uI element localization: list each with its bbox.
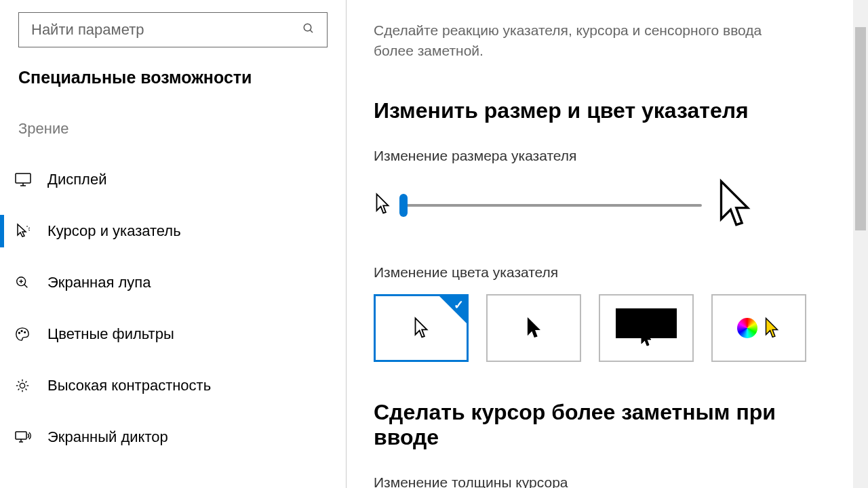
section-pointer-title: Изменить размер и цвет указателя: [374, 98, 841, 123]
sidebar-item-highcontrast[interactable]: Высокая контрастность: [0, 360, 346, 411]
page-intro: Сделайте реакцию указателя, курсора и се…: [374, 20, 787, 62]
sidebar-item-label: Цветные фильтры: [47, 325, 174, 343]
svg-line-6: [24, 285, 28, 288]
pointer-color-options: [374, 294, 841, 362]
category-title: Специальные возможности: [0, 68, 346, 120]
svg-line-20: [26, 382, 27, 383]
sidebar-item-label: Курсор и указатель: [47, 222, 181, 240]
color-wheel-icon: [737, 318, 757, 338]
pointer-color-custom[interactable]: [711, 294, 806, 362]
search-box[interactable]: [18, 12, 328, 47]
brightness-icon: [15, 378, 47, 393]
svg-point-10: [21, 331, 22, 332]
palette-icon: [15, 327, 47, 342]
pointer-color-black[interactable]: [486, 294, 581, 362]
pointer-color-white[interactable]: [374, 294, 469, 362]
svg-line-17: [18, 382, 20, 383]
narrator-icon: [15, 430, 47, 445]
cursor-thickness-label: Изменение толщины курсора: [374, 474, 841, 488]
group-label-vision: Зрение: [0, 120, 346, 154]
pointer-color-inverted[interactable]: [599, 294, 694, 362]
search-icon: [302, 22, 315, 37]
svg-line-1: [310, 30, 313, 33]
sidebar-item-magnifier[interactable]: Экранная лупа: [0, 257, 346, 308]
pointer-size-label: Изменение размера указателя: [374, 148, 841, 164]
pointer-size-slider[interactable]: [403, 204, 702, 207]
main-content: Сделайте реакцию указателя, курсора и се…: [347, 0, 868, 488]
svg-point-11: [24, 331, 26, 333]
sidebar-item-label: Высокая контрастность: [47, 377, 211, 394]
scrollbar-thumb[interactable]: [855, 27, 866, 230]
pointer-color-label: Изменение цвета указателя: [374, 264, 841, 281]
sidebar-item-display[interactable]: Дисплей: [0, 154, 346, 205]
search-input[interactable]: [31, 21, 302, 39]
sidebar-item-cursor[interactable]: Курсор и указатель: [0, 205, 346, 257]
svg-rect-21: [16, 432, 26, 439]
cursor-large-icon: [714, 178, 755, 233]
sidebar-item-label: Экранный диктор: [47, 428, 168, 446]
section-cursor-title: Сделать курсор более заметным при вводе: [374, 400, 841, 450]
cursor-small-icon: [374, 192, 391, 218]
svg-line-18: [26, 389, 27, 390]
sidebar-item-colorfilters[interactable]: Цветные фильтры: [0, 308, 346, 360]
svg-point-12: [20, 383, 24, 388]
svg-line-19: [18, 389, 20, 390]
scrollbar[interactable]: [853, 0, 868, 488]
display-icon: [15, 173, 47, 186]
magnifier-icon: [15, 275, 47, 290]
svg-point-9: [19, 332, 20, 333]
selected-checkmark-icon: [439, 296, 467, 323]
svg-point-0: [304, 24, 311, 31]
sidebar-item-narrator[interactable]: Экранный диктор: [0, 411, 346, 463]
svg-rect-2: [16, 174, 31, 183]
pointer-size-control: [374, 178, 841, 233]
sidebar-item-label: Экранная лупа: [47, 274, 151, 291]
cursor-pointer-icon: [15, 223, 47, 239]
slider-thumb[interactable]: [399, 194, 408, 217]
sidebar: Специальные возможности Зрение Дисплей К…: [0, 0, 347, 488]
sidebar-item-label: Дисплей: [47, 171, 106, 188]
